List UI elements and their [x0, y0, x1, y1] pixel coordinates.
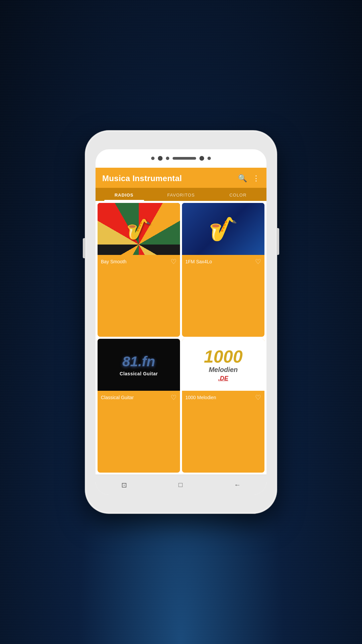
app-tabs: RADIOS FAVORITOS COLOR [96, 188, 266, 201]
favorite-bay-smooth[interactable]: ♡ [171, 258, 177, 266]
favorite-81fm[interactable]: ♡ [171, 393, 177, 401]
home-button[interactable]: □ [172, 478, 189, 491]
radio-card-1000mel[interactable]: 1000 Melodien .DE 1000 Melodien ♡ [182, 339, 264, 473]
speaker [173, 157, 196, 160]
app-header: Musica Instrumental 🔍 ⋮ [96, 168, 266, 188]
header-icons: 🔍 ⋮ [238, 174, 260, 183]
dot-2 [166, 157, 169, 160]
search-icon[interactable]: 🔍 [238, 174, 247, 183]
more-options-icon[interactable]: ⋮ [252, 174, 260, 183]
radio-info-81fm: Classical Guitar ♡ [98, 391, 180, 404]
mel-number-text: 1000 [204, 348, 243, 365]
phone-wrapper: Musica Instrumental 🔍 ⋮ RADIOS FAVORITOS… [85, 131, 277, 513]
radio-info-1fm-sax: 1FM Sax4Lo ♡ [182, 255, 264, 268]
tab-radios[interactable]: RADIOS [96, 188, 153, 201]
radio-name-81fm: Classical Guitar [101, 395, 134, 400]
radio-name-1000mel: 1000 Melodien [185, 395, 216, 400]
radio-info-1000mel: 1000 Melodien ♡ [182, 391, 264, 404]
volume-button [83, 238, 85, 258]
back-button[interactable]: ← [227, 478, 247, 491]
radio-card-81fm[interactable]: 81.fn Classical Guitar Classical Guitar … [98, 339, 180, 473]
app-title: Musica Instrumental [102, 174, 182, 183]
radio-name-bay-smooth: Bay Smooth [101, 259, 126, 264]
radio-image-81fm: 81.fn Classical Guitar [98, 339, 180, 391]
radio-card-1fm-sax[interactable]: 🎷 1FM Sax4Lo ♡ [182, 203, 264, 337]
bay-smooth-artwork: 🎷 [98, 203, 180, 255]
81fm-subtitle-text: Classical Guitar [120, 371, 158, 376]
bay-smooth-icon: 🎷 [126, 217, 152, 241]
tab-favoritos[interactable]: FAVORITOS [153, 188, 209, 201]
mel-name-text: Melodien [209, 366, 238, 374]
tab-color[interactable]: COLOR [209, 188, 266, 201]
mel-de-text: .DE [218, 375, 228, 382]
radio-info-bay-smooth: Bay Smooth ♡ [98, 255, 180, 268]
app-container: Musica Instrumental 🔍 ⋮ RADIOS FAVORITOS… [96, 168, 266, 495]
81fm-artwork: 81.fn Classical Guitar [98, 339, 180, 391]
1fm-sax-artwork: 🎷 [182, 203, 264, 255]
dot-3 [199, 156, 204, 161]
1000mel-artwork: 1000 Melodien .DE [182, 339, 264, 391]
recents-button[interactable]: ⊡ [115, 478, 134, 492]
phone-notch [96, 156, 266, 161]
radio-image-bay-smooth: 🎷 [98, 203, 180, 255]
front-camera [158, 156, 163, 161]
radio-image-1000mel: 1000 Melodien .DE [182, 339, 264, 391]
favorite-1fm-sax[interactable]: ♡ [255, 258, 261, 266]
radio-name-1fm-sax: 1FM Sax4Lo [185, 259, 212, 264]
dot-4 [207, 157, 211, 160]
power-button [277, 228, 279, 255]
1fm-sax-icon: 🎷 [209, 215, 238, 243]
radio-card-bay-smooth[interactable]: 🎷 Bay Smooth ♡ [98, 203, 180, 337]
81fm-brand-text: 81.fn [122, 354, 155, 370]
bottom-nav: ⊡ □ ← [96, 475, 266, 495]
radio-grid: 🎷 Bay Smooth ♡ 🎷 [96, 201, 266, 475]
dot-1 [151, 157, 155, 160]
phone-screen: Musica Instrumental 🔍 ⋮ RADIOS FAVORITOS… [96, 149, 266, 495]
favorite-1000mel[interactable]: ♡ [255, 393, 261, 401]
radio-image-1fm-sax: 🎷 [182, 203, 264, 255]
